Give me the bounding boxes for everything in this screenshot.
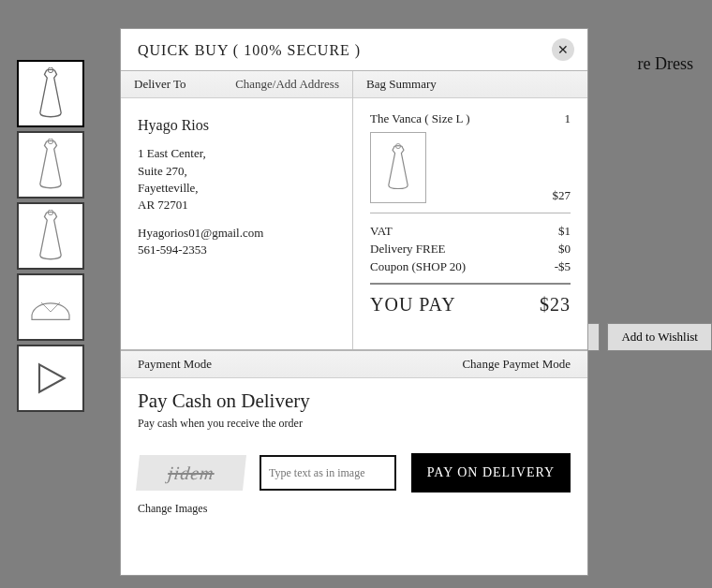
close-icon: ✕ bbox=[557, 42, 570, 57]
bag-item-row: The Vanca ( Size L ) 1 bbox=[370, 111, 571, 126]
pay-on-delivery-button[interactable]: PAY ON DELIVERY bbox=[411, 453, 571, 492]
folded-garment-icon bbox=[27, 288, 74, 326]
bag-item-price: $27 bbox=[553, 188, 571, 203]
captcha-row: jidem PAY ON DELIVERY bbox=[138, 453, 571, 492]
thumbnail-video[interactable] bbox=[17, 345, 84, 412]
add-to-wishlist-button[interactable]: Add to Wishlist bbox=[607, 323, 712, 351]
dress-icon bbox=[382, 141, 414, 194]
payment-header: Payment Mode Change Paymet Mode bbox=[121, 351, 587, 378]
payment-body: Pay Cash on Delivery Pay cash when you r… bbox=[121, 378, 587, 529]
bag-header: Bag Summary bbox=[353, 71, 587, 98]
address-block: 1 East Center, Suite 270, Fayetteville, … bbox=[138, 145, 335, 213]
captcha-input[interactable] bbox=[260, 455, 396, 491]
deliver-header-label: Deliver To bbox=[134, 77, 186, 92]
fee-amount: -$5 bbox=[555, 259, 571, 274]
divider bbox=[370, 213, 571, 213]
bag-item-qty: 1 bbox=[565, 111, 571, 126]
thumbnail-1[interactable] bbox=[17, 60, 84, 127]
address-line: AR 72701 bbox=[138, 197, 335, 213]
play-icon bbox=[32, 352, 69, 404]
bag-summary: The Vanca ( Size L ) 1 $27 VAT $1 bbox=[353, 98, 587, 349]
modal-title: QUICK BUY ( 100% SECURE ) bbox=[138, 42, 361, 58]
recipient-email: Hyagorios01@gmail.com bbox=[138, 225, 335, 242]
change-payment-link[interactable]: Change Paymet Mode bbox=[462, 357, 571, 372]
payment-subtitle: Pay cash when you receive the order bbox=[138, 417, 571, 431]
thumbnail-strip bbox=[17, 60, 88, 412]
delivery-address: Hyago Rios 1 East Center, Suite 270, Fay… bbox=[121, 98, 352, 259]
bag-item-image bbox=[370, 132, 426, 203]
fee-label: Delivery FREE bbox=[370, 242, 446, 257]
change-captcha-link[interactable]: Change Images bbox=[138, 502, 207, 516]
product-title-fragment: re Dress bbox=[638, 54, 693, 74]
fee-label: VAT bbox=[370, 224, 393, 239]
deliver-column: Deliver To Change/Add Address Hyago Rios… bbox=[121, 71, 353, 349]
address-line: Fayetteville, bbox=[138, 180, 335, 197]
fee-amount: $1 bbox=[558, 224, 571, 239]
dress-icon bbox=[32, 139, 69, 191]
total-amount: $23 bbox=[540, 294, 571, 316]
thumbnail-4[interactable] bbox=[17, 273, 84, 341]
quick-buy-modal: QUICK BUY ( 100% SECURE ) ✕ Deliver To C… bbox=[120, 28, 588, 576]
thumbnail-2[interactable] bbox=[17, 131, 84, 198]
total-label: YOU PAY bbox=[370, 294, 456, 316]
dress-icon bbox=[32, 210, 69, 262]
fee-row: Coupon (SHOP 20) -$5 bbox=[370, 259, 571, 274]
recipient-name: Hyago Rios bbox=[138, 115, 335, 136]
captcha-image: jidem bbox=[136, 455, 246, 491]
change-address-link[interactable]: Change/Add Address bbox=[235, 77, 339, 92]
recipient-phone: 561-594-2353 bbox=[138, 242, 335, 258]
fee-amount: $0 bbox=[558, 242, 571, 257]
thumbnail-3[interactable] bbox=[17, 202, 84, 270]
bag-column: Bag Summary The Vanca ( Size L ) 1 $27 V… bbox=[353, 71, 587, 349]
bag-header-label: Bag Summary bbox=[366, 77, 437, 92]
dress-icon bbox=[32, 67, 69, 120]
fee-row: VAT $1 bbox=[370, 224, 571, 239]
address-line: 1 East Center, bbox=[138, 145, 335, 162]
payment-header-label: Payment Mode bbox=[138, 357, 212, 372]
deliver-header: Deliver To Change/Add Address bbox=[121, 71, 352, 98]
address-line: Suite 270, bbox=[138, 163, 335, 180]
fee-label: Coupon (SHOP 20) bbox=[370, 259, 466, 274]
modal-top: Deliver To Change/Add Address Hyago Rios… bbox=[121, 70, 587, 351]
fee-list: VAT $1 Delivery FREE $0 Coupon (SHOP 20)… bbox=[370, 221, 571, 277]
modal-title-bar: QUICK BUY ( 100% SECURE ) ✕ bbox=[121, 29, 587, 70]
bag-item-name: The Vanca ( Size L ) bbox=[370, 111, 469, 126]
fee-row: Delivery FREE $0 bbox=[370, 242, 571, 257]
payment-title: Pay Cash on Delivery bbox=[138, 390, 571, 413]
total-row: YOU PAY $23 bbox=[370, 283, 571, 316]
close-button[interactable]: ✕ bbox=[552, 38, 574, 61]
